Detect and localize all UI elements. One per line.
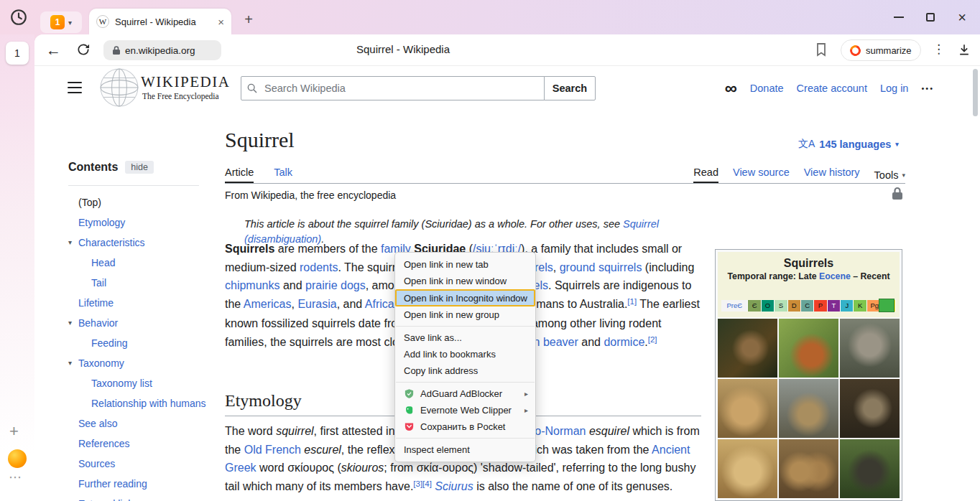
timescale-period[interactable]: J — [841, 300, 854, 312]
toc-item-characteristics[interactable]: ▾Characteristics — [68, 233, 226, 253]
yandex-services-icon[interactable] — [8, 449, 27, 468]
squirrel-photo[interactable] — [840, 439, 900, 498]
squirrel-photo[interactable] — [718, 319, 777, 378]
infinity-icon[interactable]: ∞ — [725, 80, 737, 96]
create-account-link[interactable]: Create account — [797, 83, 867, 94]
tools-button[interactable]: Tools▾ — [874, 167, 905, 183]
download-button[interactable] — [957, 42, 971, 60]
menu-item-copy-link[interactable]: Copy link address — [395, 362, 535, 379]
reference-link[interactable]: [1] — [627, 297, 637, 306]
chevron-down-icon[interactable]: ▾ — [68, 313, 72, 333]
menu-item-open-new-window[interactable]: Open link in new window — [395, 273, 535, 289]
summarize-button[interactable]: summarize — [841, 39, 921, 61]
languages-button[interactable]: 文A 145 languages ▾ — [798, 138, 899, 151]
sidebar-add-icon[interactable]: + — [9, 422, 19, 441]
reload-button[interactable] — [76, 42, 91, 60]
toc-item-lifetime[interactable]: Lifetime — [68, 293, 226, 313]
view-history[interactable]: View history — [804, 167, 860, 183]
tab-article[interactable]: Article — [225, 167, 254, 183]
back-button[interactable]: ← — [46, 41, 61, 60]
menu-item-open-incognito[interactable]: Open link in Incognito window — [395, 289, 535, 306]
browser-menu-icon[interactable] — [862, 11, 874, 24]
maximize-button[interactable] — [924, 11, 937, 24]
toc-item-sources[interactable]: Sources — [68, 454, 226, 474]
toc-item-taxonomy[interactable]: ▾Taxonomy — [68, 353, 226, 373]
squirrel-photo[interactable] — [779, 379, 838, 438]
browser-tab[interactable]: W Squirrel - Wikipedia × — [89, 9, 231, 34]
inline-link[interactable]: dormice — [604, 336, 644, 348]
menu-item-open-new-group[interactable]: Open link in new group — [395, 306, 535, 323]
toc-item-external-links[interactable]: External links — [68, 494, 226, 501]
toc-item-tail[interactable]: Tail — [68, 273, 226, 293]
search-input[interactable] — [241, 76, 545, 100]
close-button[interactable]: × — [956, 11, 969, 24]
chevron-down-icon[interactable]: ▾ — [68, 233, 72, 253]
toc-item-relationship[interactable]: Relationship with humans — [68, 393, 226, 413]
address-bar[interactable]: en.wikipedia.org — [103, 40, 221, 60]
menu-item-open-new-tab[interactable]: Open link in new tab — [395, 256, 535, 273]
minimize-button[interactable] — [892, 11, 905, 24]
timescale-period[interactable]: S — [775, 300, 787, 312]
timescale-period[interactable]: C — [801, 300, 814, 312]
inline-link[interactable]: Americas — [244, 298, 292, 310]
eocene-link[interactable]: Eocene — [819, 271, 851, 281]
reference-link[interactable]: [3][4] — [413, 479, 432, 488]
inline-link[interactable]: Sciurus — [435, 480, 473, 492]
toc-hide-button[interactable]: hide — [125, 161, 154, 174]
timescale-period[interactable]: T — [828, 300, 841, 312]
bookmark-icon[interactable] — [815, 42, 828, 60]
menu-item-inspect[interactable]: Inspect element — [395, 441, 535, 458]
toc-item-taxonomy-list[interactable]: Taxonomy list — [68, 373, 226, 393]
tab-group-button[interactable]: 1 ▾ — [40, 11, 82, 33]
squirrel-photo[interactable] — [718, 439, 777, 498]
sidebar-more-icon[interactable]: ⋯ — [9, 469, 22, 485]
toc-item-etymology[interactable]: Etymology — [68, 212, 226, 233]
tab-close-icon[interactable]: × — [218, 17, 224, 27]
scrollbar-thumb[interactable] — [973, 69, 978, 116]
page-scrollbar[interactable] — [973, 67, 978, 495]
toc-item-references[interactable]: References — [68, 434, 226, 454]
inline-link[interactable]: Africa — [365, 298, 394, 310]
timescale-period[interactable]: Є — [748, 300, 761, 312]
toc-item-top[interactable]: (Top) — [68, 192, 226, 212]
inline-link[interactable]: prairie dogs — [305, 279, 366, 291]
toc-item-head[interactable]: Head — [68, 253, 226, 273]
timescale-period[interactable]: D — [788, 300, 801, 312]
page-protection-lock-icon[interactable] — [891, 187, 904, 204]
user-menu-icon[interactable]: ••• — [921, 84, 934, 93]
history-clock-icon[interactable] — [9, 7, 29, 27]
login-link[interactable]: Log in — [880, 83, 909, 94]
menu-item-save-link[interactable]: Save link as... — [395, 329, 535, 346]
toc-item-see-also[interactable]: See also — [68, 413, 226, 434]
wiki-hamburger-icon[interactable] — [68, 82, 82, 93]
tab-talk[interactable]: Talk — [274, 167, 292, 183]
toc-item-feeding[interactable]: Feeding — [68, 333, 226, 353]
inline-link[interactable]: chipmunks — [225, 279, 279, 291]
view-source[interactable]: View source — [733, 167, 790, 183]
timescale-period[interactable]: P — [814, 300, 827, 312]
donate-link[interactable]: Donate — [750, 83, 784, 94]
menu-item-adguard[interactable]: AdGuard AdBlocker ▸ — [395, 385, 535, 402]
search-button[interactable]: Search — [544, 76, 596, 100]
timescale-period[interactable]: K — [854, 300, 866, 312]
menu-item-evernote[interactable]: Evernote Web Clipper ▸ — [395, 402, 535, 418]
wikipedia-logo[interactable] — [99, 67, 139, 111]
squirrel-photo[interactable] — [840, 379, 900, 438]
inline-link[interactable]: rodents — [300, 261, 338, 273]
new-tab-button[interactable]: + — [239, 9, 259, 29]
reference-link[interactable]: [2] — [648, 335, 657, 344]
squirrel-photo[interactable] — [779, 439, 838, 498]
toolbar-more-icon[interactable]: ⋮ — [933, 42, 945, 57]
toc-item-further-reading[interactable]: Further reading — [68, 474, 226, 494]
squirrel-photo[interactable] — [718, 379, 777, 438]
timescale-period[interactable]: O — [762, 300, 775, 312]
inline-link[interactable]: ground squirrels — [560, 261, 642, 273]
squirrel-photo[interactable] — [779, 319, 838, 378]
inline-link[interactable]: Old French — [244, 444, 301, 456]
squirrel-photo[interactable] — [840, 319, 900, 378]
chevron-down-icon[interactable]: ▾ — [68, 353, 72, 373]
sidebar-panel-button[interactable]: 1 — [6, 42, 29, 65]
menu-item-add-bookmark[interactable]: Add link to bookmarks — [395, 346, 535, 362]
wikipedia-wordmark[interactable]: WIKIPEDIA — [141, 73, 230, 91]
timescale-period[interactable]: PreЄ — [721, 300, 748, 312]
